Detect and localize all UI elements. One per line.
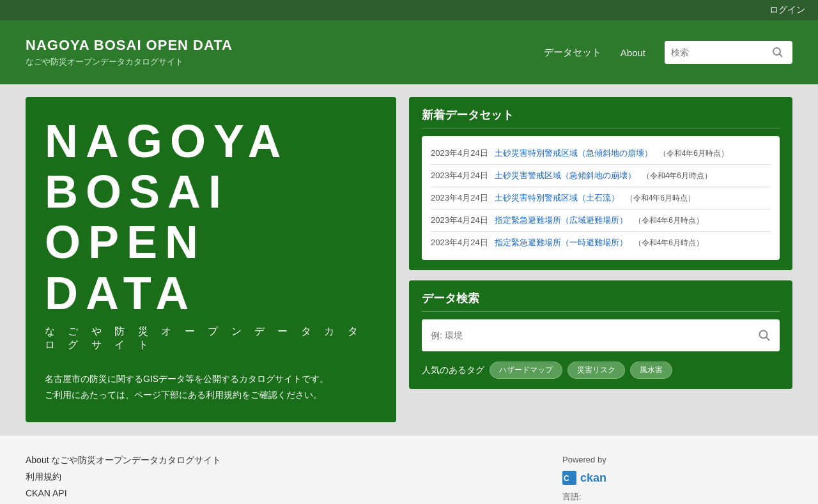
dataset-link[interactable]: 指定緊急避難場所（一時避難場所） (495, 237, 628, 248)
hero-title: NAGOYA BOSAI OPEN DATA (45, 116, 371, 319)
logo-subtitle: なごや防災オープンデータカタログサイト (26, 56, 544, 68)
svg-line-1 (780, 54, 783, 57)
header-search-box (665, 41, 792, 64)
hero-line2: BOSAI (45, 167, 371, 217)
hero-line1: NAGOYA (45, 116, 371, 167)
data-search-box (422, 319, 780, 351)
tag-button[interactable]: 災害リスク (567, 362, 625, 379)
footer-link[interactable]: CKAN API (26, 488, 221, 498)
header-search-input[interactable] (665, 41, 767, 64)
hero-panel: NAGOYA BOSAI OPEN DATA な ご や 防 災 オ ー プ ン… (26, 97, 396, 422)
dataset-link[interactable]: 指定緊急避難場所（広域避難場所） (495, 215, 628, 226)
tag-button[interactable]: 風水害 (630, 362, 672, 379)
dataset-date: 2023年4月24日 (431, 192, 488, 204)
dataset-period: （令和4年6月時点） (659, 148, 729, 159)
dataset-date: 2023年4月24日 (431, 215, 488, 226)
footer-link[interactable]: About なごや防災オープンデータカタログサイト (26, 455, 221, 466)
dataset-date: 2023年4月24日 (431, 148, 488, 159)
footer-link[interactable]: 利用規約 (26, 471, 221, 483)
dataset-period: （令和4年6月時点） (634, 238, 704, 248)
popular-tags-label: 人気のあるタグ (422, 365, 484, 376)
footer-links: About なごや防災オープンデータカタログサイト利用規約CKAN APICKA… (26, 455, 221, 504)
dataset-period: （令和4年6月時点） (634, 215, 704, 226)
ckan-logo: C ckan (562, 471, 792, 485)
new-datasets-title: 新着データセット (422, 107, 780, 128)
right-column: 新着データセット 2023年4月24日 土砂災害特別警戒区域（急傾斜地の崩壊） … (409, 97, 792, 422)
svg-line-3 (766, 337, 769, 340)
search-icon-data (758, 329, 771, 342)
dataset-link[interactable]: 土砂災害特別警戒区域（急傾斜地の崩壊） (495, 148, 652, 159)
data-search-input[interactable] (422, 319, 749, 351)
nav-about[interactable]: About (621, 47, 645, 58)
data-search-button[interactable] (749, 319, 780, 351)
tag-buttons-container: ハザードマップ災害リスク風水害 (490, 362, 672, 379)
hero-line3: OPEN DATA (45, 217, 371, 318)
dataset-item: 2023年4月24日 土砂災害特別警戒区域（土石流） （令和4年6月時点） (431, 187, 771, 210)
hero-desc-line1: 名古屋市の防災に関するGISデータ等を公開するカタログサイトです。 (45, 371, 371, 387)
logo-area: NAGOYA BOSAI OPEN DATA なごや防災オープンデータカタログサ… (26, 37, 544, 68)
dataset-item: 2023年4月24日 指定緊急避難場所（広域避難場所） （令和4年6月時点） (431, 210, 771, 232)
hero-description: 名古屋市の防災に関するGISデータ等を公開するカタログサイトです。 ご利用にあた… (45, 371, 371, 403)
data-search-section: データ検索 人気のあるタグ ハザードマップ災害リスク風水害 (409, 280, 792, 389)
dataset-item: 2023年4月24日 土砂災害警戒区域（急傾斜地の崩壊） （令和4年6月時点） (431, 165, 771, 187)
dataset-period: （令和4年6月時点） (626, 193, 695, 204)
dataset-date: 2023年4月24日 (431, 170, 488, 181)
dataset-period: （令和4年6月時点） (642, 171, 712, 181)
hero-subtitle: な ご や 防 災 オ ー プ ン デ ー タ カ タ ロ グ サ イ ト (45, 325, 371, 352)
tags-row: 人気のあるタグ ハザードマップ災害リスク風水害 (422, 362, 780, 379)
lang-label: 言語: (562, 491, 792, 503)
dataset-list: 2023年4月24日 土砂災害特別警戒区域（急傾斜地の崩壊） （令和4年6月時点… (422, 136, 780, 260)
hero-desc-line2: ご利用にあたっては、ページ下部にある利用規約をご確認ください。 (45, 387, 371, 403)
site-footer: About なごや防災オープンデータカタログサイト利用規約CKAN APICKA… (0, 435, 818, 504)
ckan-text: ckan (580, 471, 606, 485)
dataset-link[interactable]: 土砂災害警戒区域（急傾斜地の崩壊） (495, 170, 636, 181)
page-wrapper: NAGOYA BOSAI OPEN DATA な ご や 防 災 オ ー プ ン… (0, 84, 818, 435)
site-header: NAGOYA BOSAI OPEN DATA なごや防災オープンデータカタログサ… (0, 20, 818, 84)
search-icon (772, 47, 783, 58)
footer-right: Powered by C ckan 言語: 日本語 (562, 455, 792, 504)
login-link[interactable]: ログイン (769, 4, 805, 16)
top-bar: ログイン (0, 0, 818, 20)
main-container: NAGOYA BOSAI OPEN DATA な ご や 防 災 オ ー プ ン… (0, 84, 818, 435)
svg-text:C: C (564, 474, 569, 483)
header-search-button[interactable] (767, 41, 789, 64)
dataset-date: 2023年4月24日 (431, 237, 488, 248)
nav-datasets[interactable]: データセット (544, 47, 601, 59)
logo-title: NAGOYA BOSAI OPEN DATA (26, 37, 544, 54)
dataset-item: 2023年4月24日 指定緊急避難場所（一時避難場所） （令和4年6月時点） (431, 232, 771, 254)
dataset-item: 2023年4月24日 土砂災害特別警戒区域（急傾斜地の崩壊） （令和4年6月時点… (431, 142, 771, 165)
ckan-icon: C (562, 471, 576, 485)
data-search-title: データ検索 (422, 291, 780, 312)
svg-point-2 (760, 331, 768, 339)
new-datasets-section: 新着データセット 2023年4月24日 土砂災害特別警戒区域（急傾斜地の崩壊） … (409, 97, 792, 270)
powered-by-text: Powered by (562, 455, 792, 464)
tag-button[interactable]: ハザードマップ (490, 362, 562, 379)
svg-point-0 (773, 48, 780, 55)
dataset-link[interactable]: 土砂災害特別警戒区域（土石流） (495, 192, 619, 204)
nav-area: データセット About (544, 41, 792, 64)
footer-left: About なごや防災オープンデータカタログサイト利用規約CKAN APICKA… (26, 455, 221, 504)
